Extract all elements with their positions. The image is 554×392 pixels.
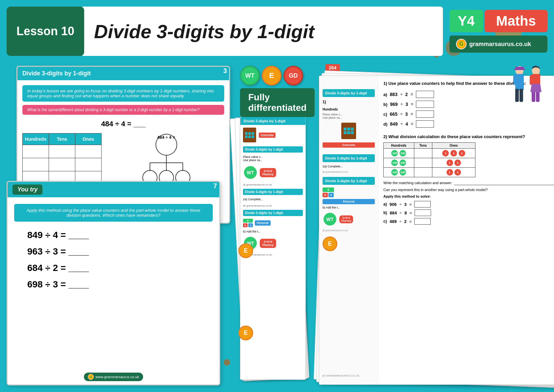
fluency-badge-2: 2+2=4 Fluency: [260, 239, 276, 248]
write-label: Write the matching calculation and answe…: [383, 181, 452, 185]
counter-1-5: 1: [454, 159, 461, 166]
svg-rect-20: [537, 75, 540, 85]
apply-div-b: ÷: [399, 210, 402, 215]
e-badge-section-2: E: [238, 326, 253, 340]
pv-r1-t: [414, 149, 432, 158]
ws-title-1: Divide 3-digits by 1-digit: [244, 119, 302, 123]
apply-div-c: ÷: [399, 219, 401, 224]
apply-row-b: b) 884 ÷ 8 =: [383, 209, 554, 216]
apply-label-a: a): [383, 202, 387, 207]
wt-circle: WT: [240, 66, 260, 86]
right-panel: WT E GD Fully differentiated Divide 3-di…: [237, 66, 547, 385]
lesson-label: Lesson 10: [16, 24, 74, 38]
ws-hundreds-label: Hundreds: [323, 108, 375, 111]
svg-rect-13: [515, 89, 519, 102]
e-circle: E: [262, 66, 281, 86]
concrete-icon-ws: [323, 123, 375, 139]
apply-divisor-b: 8: [404, 210, 407, 215]
answer-box-c[interactable]: [416, 110, 434, 118]
cell-r2c3: [75, 158, 102, 171]
ws-right-col: 1) Use place value counters to help find…: [378, 76, 554, 384]
slide1-number: 3: [219, 66, 230, 77]
pictorial-row: 8 6 2 Pictorial: [243, 219, 303, 227]
cell-r1c1: [23, 145, 49, 158]
q1: 849 ÷ 4 = ____: [27, 230, 200, 240]
wt-row: WT 2+2=4 Fluency: [243, 165, 303, 180]
pv-row-1: 100 100 1 1 1: [384, 149, 475, 158]
pv-r2-t: [414, 158, 432, 168]
part-whole-svg: [133, 133, 199, 186]
block: [245, 132, 248, 135]
eq-c: =: [410, 111, 413, 117]
header: Lesson 10 Divide 3-digits by 1-digit Y4 …: [7, 7, 547, 56]
apply-row-b-inner: b) 884 ÷ 8 =: [383, 209, 554, 216]
div-row-d: d) 849 ÷ 4 =: [383, 120, 554, 128]
slide1-title: Divide 3-digits by 1-digit: [22, 70, 91, 77]
col-hundreds: Hundreds: [23, 134, 49, 145]
block-row-ws: 6 2: [323, 193, 375, 197]
ws-lc-h1: Divide 3-digits by 1-digit: [323, 89, 375, 97]
eq-a: =: [410, 92, 413, 97]
e-label: E: [269, 71, 274, 80]
apply-answer-c[interactable]: [414, 218, 431, 225]
block: [245, 135, 248, 138]
apply-row-c-inner: c) 489 ÷ 2 =: [383, 218, 554, 225]
label-a: a): [383, 92, 387, 97]
grammarsaurus-badge: G grammarsaurus.co.uk: [449, 36, 547, 53]
div-c: ÷: [400, 111, 403, 117]
apply-answer-b[interactable]: [415, 209, 431, 216]
counter-1-7: 1: [454, 169, 461, 176]
concrete-label: Concrete: [259, 133, 276, 138]
num-b: 969: [390, 102, 397, 107]
year-label: Y4: [458, 13, 474, 29]
fluency-ws: 2+2=4 Fluency: [339, 215, 353, 223]
write-calc-row: Write the matching calculation and answe…: [383, 181, 554, 185]
calc-line: [454, 181, 554, 185]
divisor-b: 3: [405, 102, 408, 107]
divisor-c: 3: [405, 111, 408, 117]
grammarsaurus-small-2: @ grammarsaurus.co.uk: [243, 204, 303, 207]
pw-label: 484 ÷ 4 =: [157, 135, 175, 140]
col-ones: Ones: [75, 134, 102, 145]
ws-two-col: Divide 3-digits by 1-digit 1) Hundreds P…: [319, 76, 554, 384]
concrete-block: [341, 123, 356, 139]
answer-box-d[interactable]: [416, 120, 434, 128]
e-badge-sm-1: E: [238, 243, 253, 258]
f-eq-ws: 2+2=4: [341, 216, 351, 219]
gs-footer-main: @ GRAMMARSAURUS.CO.UK: [322, 374, 359, 377]
counter-1-3: 1: [459, 150, 465, 157]
apply-eq-c: =: [409, 219, 412, 224]
maths-badge: Maths: [485, 10, 547, 32]
counter-100-1: 100: [391, 150, 398, 157]
lesson-badge: Lesson 10: [7, 7, 84, 56]
q4: 698 ÷ 3 = ____: [27, 279, 200, 290]
cell-r2c1: [23, 158, 49, 171]
wt-fluency-ws: WT 2+2=4 Fluency: [323, 212, 375, 227]
ws-lc-h2: Divide 3-digits by 1-digit: [323, 154, 375, 162]
pv-r1-h: 100 100: [384, 149, 414, 158]
site-url: grammarsaurus.co.uk: [469, 41, 531, 48]
pv-r3-h: 100 100: [384, 168, 414, 177]
apply-answer-a[interactable]: [414, 201, 431, 208]
ws-section-title2: Divide 3-digits by 1-digit: [245, 190, 301, 194]
top-num: 264: [329, 65, 336, 70]
block-8: 8: [243, 219, 253, 223]
e-badge-ws: E: [323, 236, 337, 251]
ws-section-title3: Divide 3-digits by 1-digit: [245, 211, 301, 215]
year-maths-row: Y4 Maths: [449, 10, 547, 32]
answer-box-a[interactable]: [416, 91, 434, 98]
place-v-2: Use place va...: [323, 116, 342, 119]
div-d: ÷: [400, 121, 403, 127]
apply-num-c: 489: [390, 219, 397, 224]
block-ws: [344, 131, 347, 134]
slide1-header: Divide 3-digits by 1-digit: [17, 67, 229, 80]
answer-box-b[interactable]: [416, 101, 434, 108]
ws-lc-t2: Divide 3-digits by 1-digit: [325, 156, 372, 160]
ws-3b: b) Add the t...: [323, 206, 375, 209]
div-row-c-inner: c) 665 ÷ 3 =: [383, 110, 554, 118]
block-2: 2: [248, 223, 253, 227]
block-grid-ws: [344, 128, 354, 134]
divisor-d: 4: [405, 121, 408, 127]
fluency-label-1: Fluency: [262, 173, 274, 176]
apply-row-a-inner: a) 906 ÷ 3 =: [383, 201, 554, 208]
